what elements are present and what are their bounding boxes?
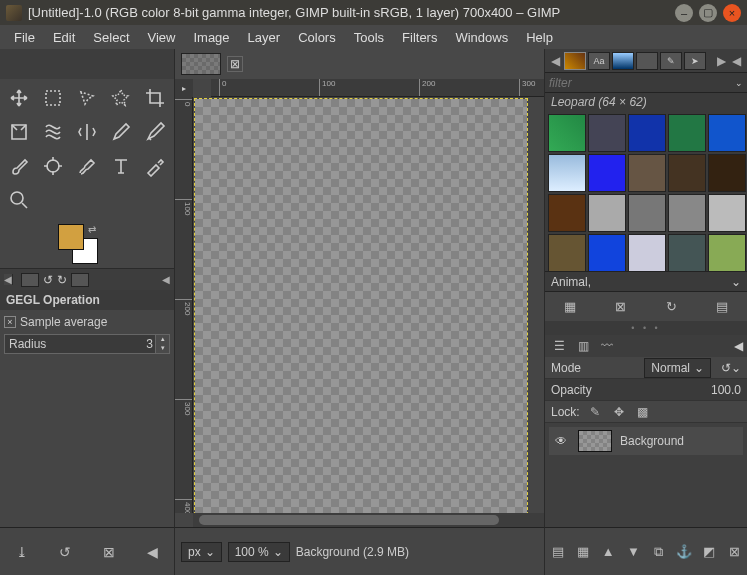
warp-tool[interactable] <box>36 115 69 148</box>
menu-edit[interactable]: Edit <box>45 27 83 48</box>
pattern-thumb[interactable] <box>588 194 626 232</box>
fuzzy-select-tool[interactable] <box>104 81 137 114</box>
new-layer-icon[interactable]: ▤ <box>548 542 568 562</box>
clone-tool[interactable] <box>36 149 69 182</box>
brush-tool[interactable] <box>2 149 35 182</box>
paths-tab[interactable]: 〰 <box>597 338 617 354</box>
pattern-thumb[interactable] <box>708 194 746 232</box>
text-tool[interactable] <box>104 149 137 182</box>
refresh-patterns-icon[interactable]: ↻ <box>661 297 681 317</box>
layer-mode-select[interactable]: Normal ⌄ <box>644 358 711 378</box>
filter-dropdown-icon[interactable]: ⌄ <box>735 78 743 88</box>
pattern-thumb[interactable] <box>548 154 586 192</box>
menu-help[interactable]: Help <box>518 27 561 48</box>
paint-dynamics-tab[interactable]: ✎ <box>660 52 682 70</box>
menu-image[interactable]: Image <box>185 27 237 48</box>
pencil-tool[interactable] <box>104 115 137 148</box>
mask-icon[interactable]: ◩ <box>699 542 719 562</box>
tool-options-tab[interactable] <box>21 273 39 287</box>
pattern-thumb[interactable] <box>668 234 706 271</box>
pattern-thumb[interactable] <box>588 154 626 192</box>
dock-separator[interactable]: • • • <box>545 321 747 335</box>
open-as-image-icon[interactable]: ▤ <box>712 297 732 317</box>
delete-pattern-icon[interactable]: ⊠ <box>611 297 631 317</box>
pattern-thumb[interactable] <box>548 194 586 232</box>
pattern-thumb[interactable] <box>708 154 746 192</box>
ink-tool[interactable] <box>138 115 171 148</box>
pattern-thumb[interactable] <box>588 114 626 152</box>
tool-presets-tab[interactable]: ➤ <box>684 52 706 70</box>
color-swatches[interactable]: ⇄ <box>58 224 118 268</box>
lower-layer-icon[interactable]: ▼ <box>623 542 643 562</box>
mode-switch-icon[interactable]: ↺⌄ <box>721 361 741 375</box>
pattern-thumb[interactable] <box>548 114 586 152</box>
pattern-category-row[interactable]: Animal, ⌄ <box>545 271 747 291</box>
pattern-thumb[interactable] <box>588 234 626 271</box>
layers-tab-menu[interactable]: ◀ <box>734 339 743 353</box>
zoom-select[interactable]: 100 %⌄ <box>228 542 290 562</box>
reset-tool-options-icon[interactable]: ◀ <box>141 541 163 563</box>
zoom-tool[interactable] <box>2 183 35 216</box>
lock-position-icon[interactable]: ✥ <box>610 404 628 420</box>
pattern-thumb[interactable] <box>628 194 666 232</box>
duplicate-layer-icon[interactable]: ⧉ <box>649 542 669 562</box>
menu-windows[interactable]: Windows <box>447 27 516 48</box>
redo-icon[interactable]: ↻ <box>57 273 67 287</box>
canvas[interactable] <box>195 99 527 513</box>
save-tool-preset-icon[interactable]: ⤓ <box>11 541 33 563</box>
lock-pixels-icon[interactable]: ✎ <box>586 404 604 420</box>
merge-down-icon[interactable]: ⚓ <box>674 542 694 562</box>
foreground-color[interactable] <box>58 224 84 250</box>
dock-nav-right[interactable]: ▶ <box>715 54 728 68</box>
channels-tab[interactable]: ▥ <box>573 338 593 354</box>
menu-colors[interactable]: Colors <box>290 27 344 48</box>
ruler-origin[interactable]: ▸ <box>175 79 193 97</box>
unit-select[interactable]: px⌄ <box>181 542 222 562</box>
horizontal-scrollbar[interactable] <box>193 513 544 527</box>
restore-tool-preset-icon[interactable]: ↺ <box>54 541 76 563</box>
radius-field[interactable]: Radius 3 ▴▾ <box>4 334 170 354</box>
tab-menu-icon[interactable]: ◀ <box>162 274 170 285</box>
fonts-tab[interactable]: Aa <box>588 52 610 70</box>
layers-tab[interactable]: ☰ <box>549 338 569 354</box>
edit-pattern-icon[interactable]: ▦ <box>560 297 580 317</box>
menu-file[interactable]: File <box>6 27 43 48</box>
menu-layer[interactable]: Layer <box>240 27 289 48</box>
delete-tool-preset-icon[interactable]: ⊠ <box>98 541 120 563</box>
rotate-tool[interactable] <box>2 115 35 148</box>
heal-tool[interactable] <box>70 149 103 182</box>
swap-colors-icon[interactable]: ⇄ <box>88 224 96 235</box>
dock-tab-menu[interactable]: ◀ <box>730 54 743 68</box>
menu-filters[interactable]: Filters <box>394 27 445 48</box>
pattern-thumb[interactable] <box>708 114 746 152</box>
close-image-tab[interactable]: ⊠ <box>227 56 243 72</box>
menu-select[interactable]: Select <box>85 27 137 48</box>
pattern-thumb[interactable] <box>668 114 706 152</box>
color-picker-tool[interactable] <box>138 149 171 182</box>
layer-visibility-icon[interactable]: 👁 <box>552 434 570 448</box>
document-history-tab[interactable] <box>612 52 634 70</box>
layer-opacity-row[interactable]: Opacity 100.0 <box>545 379 747 401</box>
menu-tools[interactable]: Tools <box>346 27 392 48</box>
rect-select-tool[interactable] <box>36 81 69 114</box>
category-dropdown-icon[interactable]: ⌄ <box>731 275 741 289</box>
lock-alpha-icon[interactable]: ▩ <box>634 404 652 420</box>
pattern-thumb[interactable] <box>628 154 666 192</box>
undo-history-icon[interactable]: ↺ <box>43 273 53 287</box>
pattern-thumb[interactable] <box>668 154 706 192</box>
patterns-tab[interactable] <box>564 52 586 70</box>
dock-menu-icon[interactable]: ◀ <box>4 274 13 285</box>
sample-average-checkbox[interactable]: × <box>4 316 16 328</box>
canvas-viewport[interactable] <box>193 97 544 513</box>
maximize-button[interactable]: ▢ <box>699 4 717 22</box>
pattern-thumb[interactable] <box>708 234 746 271</box>
crop-tool[interactable] <box>138 81 171 114</box>
new-layer-group-icon[interactable]: ▦ <box>573 542 593 562</box>
move-tool[interactable] <box>2 81 35 114</box>
pattern-thumb[interactable] <box>548 234 586 271</box>
minimize-button[interactable]: – <box>675 4 693 22</box>
histogram-tab[interactable] <box>636 52 658 70</box>
radius-spinner[interactable]: ▴▾ <box>155 335 169 353</box>
free-select-tool[interactable] <box>70 81 103 114</box>
pattern-thumb[interactable] <box>628 234 666 271</box>
